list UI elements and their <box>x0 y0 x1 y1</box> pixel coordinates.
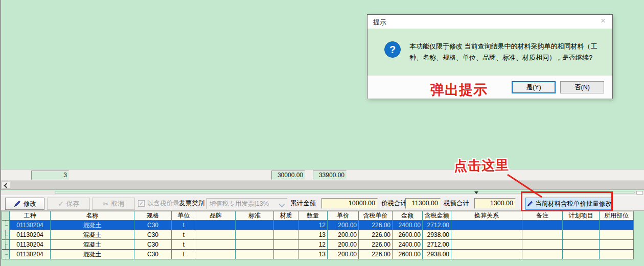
save-button[interactable]: ✓ 保存 <box>47 198 90 210</box>
table-cell[interactable]: 200.00 <box>328 230 359 240</box>
column-header[interactable]: 规格 <box>134 211 172 221</box>
table-cell[interactable] <box>274 230 298 240</box>
table-cell[interactable]: 2400.00 <box>393 221 423 230</box>
column-header[interactable]: 计划项目 <box>563 211 600 221</box>
column-header[interactable]: 备注 <box>522 211 563 221</box>
table-cell[interactable]: 12 <box>298 221 328 230</box>
table-cell[interactable]: C30 <box>134 240 172 250</box>
table-cell[interactable] <box>236 230 274 240</box>
table-cell[interactable] <box>196 250 236 259</box>
table-cell[interactable] <box>600 250 634 259</box>
table-cell[interactable]: 13 <box>298 230 328 240</box>
price-tax-total-field[interactable]: 11300.00 <box>405 198 441 209</box>
table-cell[interactable] <box>196 230 236 240</box>
table-cell[interactable]: 01130204 <box>10 250 51 259</box>
cumulative-amount-field[interactable]: 10000.00 <box>321 198 378 209</box>
column-header[interactable]: 品牌 <box>196 211 236 221</box>
column-header[interactable]: 单价 <box>328 211 359 221</box>
column-header[interactable]: 单位 <box>172 211 196 221</box>
column-header[interactable]: 材质 <box>274 211 298 221</box>
table-cell[interactable] <box>274 221 298 230</box>
table-cell[interactable] <box>451 240 522 250</box>
table-cell[interactable]: 01130204 <box>10 230 51 240</box>
table-cell[interactable]: 200.00 <box>328 221 359 230</box>
table-cell[interactable] <box>236 250 274 259</box>
column-header[interactable]: 工种 <box>10 211 51 221</box>
column-header[interactable]: 数量 <box>298 211 328 221</box>
cancel-button[interactable]: ✂ 取消 <box>92 198 135 210</box>
row-selector[interactable] <box>2 230 10 240</box>
close-icon[interactable]: × <box>599 16 608 26</box>
table-cell[interactable] <box>563 221 600 230</box>
row-selector[interactable] <box>2 250 10 259</box>
column-header[interactable]: 含税金额 <box>423 211 451 221</box>
table-cell[interactable]: 226.00 <box>359 250 393 259</box>
table-cell[interactable] <box>600 230 634 240</box>
column-header[interactable]: 所用部位 <box>600 211 634 221</box>
table-cell[interactable] <box>274 250 298 259</box>
table-cell[interactable]: C30 <box>134 221 172 230</box>
table-cell[interactable]: 混凝土 <box>51 240 134 250</box>
table-cell[interactable] <box>522 221 563 230</box>
table-cell[interactable]: 2400.00 <box>393 240 423 250</box>
table-cell[interactable]: 12 <box>298 240 328 250</box>
table-cell[interactable] <box>451 230 522 240</box>
row-selector[interactable] <box>2 221 10 230</box>
table-cell[interactable]: t <box>172 221 196 230</box>
table-cell[interactable]: 2712.00 <box>423 240 451 250</box>
table-cell[interactable]: 混凝土 <box>51 250 134 259</box>
table-row[interactable]: 01130204混凝土C30t12200.00226.002400.002712… <box>2 221 633 230</box>
splitter-thumb[interactable] <box>636 191 643 195</box>
table-cell[interactable]: 200.00 <box>328 250 359 259</box>
table-cell[interactable] <box>274 240 298 250</box>
column-header[interactable]: 名称 <box>51 211 134 221</box>
invoice-type-select[interactable]: 增值税专用发票|13% <box>206 198 287 209</box>
table-cell[interactable] <box>600 221 634 230</box>
column-header[interactable]: 金额 <box>393 211 423 221</box>
table-cell[interactable]: 13 <box>298 250 328 259</box>
table-cell[interactable]: C30 <box>134 230 172 240</box>
table-cell[interactable]: 226.00 <box>359 230 393 240</box>
yes-button[interactable]: 是(Y) <box>512 81 556 93</box>
scroll-left-button[interactable] <box>2 182 10 189</box>
table-cell[interactable] <box>563 250 600 259</box>
table-cell[interactable]: 2600.00 <box>393 230 423 240</box>
table-cell[interactable] <box>522 240 563 250</box>
table-cell[interactable] <box>563 230 600 240</box>
table-cell[interactable] <box>196 221 236 230</box>
table-cell[interactable] <box>563 240 600 250</box>
table-cell[interactable]: t <box>172 230 196 240</box>
column-header[interactable]: 标准 <box>236 211 274 221</box>
table-cell[interactable]: C30 <box>134 250 172 259</box>
table-cell[interactable]: t <box>172 250 196 259</box>
column-header[interactable]: 换算关系 <box>451 211 522 221</box>
column-header[interactable]: 含税单价 <box>359 211 393 221</box>
table-row[interactable]: 01130204混凝土C30t13200.00226.002600.002938… <box>2 230 633 240</box>
table-row[interactable]: 01130204混凝土C30t13200.00226.002600.002938… <box>2 250 633 259</box>
tax-price-entry-checkbox[interactable]: ✓ <box>138 200 145 207</box>
table-cell[interactable]: 01130204 <box>10 240 51 250</box>
table-cell[interactable]: t <box>172 240 196 250</box>
dialog-titlebar[interactable]: 提示 × <box>367 15 612 29</box>
modify-button[interactable]: 修改 <box>5 198 44 210</box>
tax-amount-total-field[interactable]: 1300.00 <box>474 198 516 209</box>
table-cell[interactable] <box>600 240 634 250</box>
table-row[interactable]: 01130204混凝土C30t12200.00226.002400.002712… <box>2 240 633 250</box>
table-cell[interactable]: 226.00 <box>359 240 393 250</box>
table-cell[interactable] <box>236 221 274 230</box>
table-cell[interactable] <box>522 230 563 240</box>
table-cell[interactable]: 2712.00 <box>423 221 451 230</box>
no-button[interactable]: 否(N) <box>560 81 604 93</box>
table-cell[interactable] <box>451 250 522 259</box>
table-cell[interactable] <box>522 250 563 259</box>
table-cell[interactable] <box>236 240 274 250</box>
table-cell[interactable] <box>451 221 522 230</box>
table-cell[interactable]: 226.00 <box>359 221 393 230</box>
table-cell[interactable]: 2600.00 <box>393 250 423 259</box>
table-cell[interactable]: 混凝土 <box>51 221 134 230</box>
table-cell[interactable]: 01130204 <box>10 221 51 230</box>
table-cell[interactable]: 200.00 <box>328 240 359 250</box>
table-cell[interactable] <box>196 240 236 250</box>
table-cell[interactable]: 2938.00 <box>423 250 451 259</box>
row-selector[interactable] <box>2 240 10 250</box>
